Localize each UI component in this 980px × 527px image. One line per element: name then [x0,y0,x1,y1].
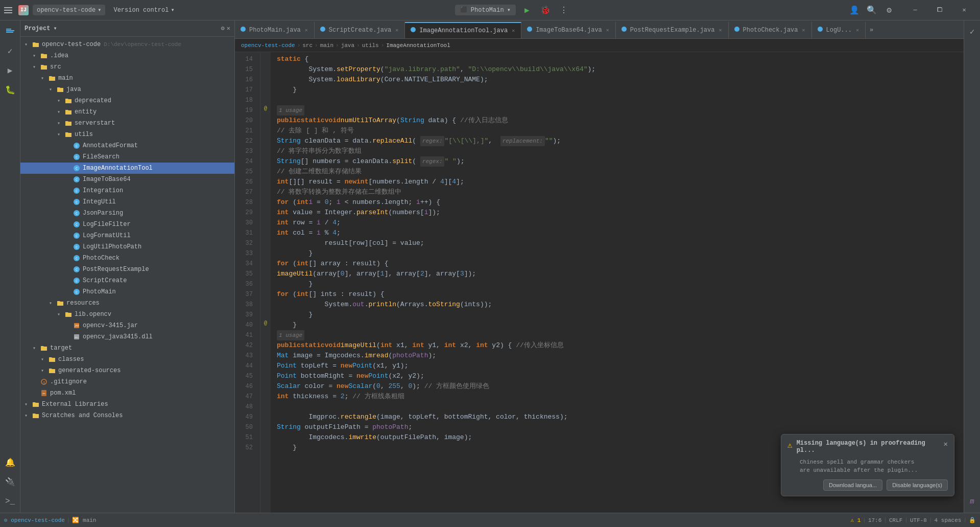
tree-item-opencv_java3415.dll[interactable]: DLLopencv_java3415.dll [20,331,234,342]
status-project[interactable]: ⊙ opencv-test-code [4,517,65,523]
tree-item-java[interactable]: ▾java [20,84,234,95]
tab-close-button[interactable]: ✕ [304,27,309,34]
tab-scriptcreate-java[interactable]: ScriptCreate.java✕ [315,22,405,38]
search-icon[interactable]: 🔍 [865,3,879,17]
restore-button[interactable]: ⧠ [928,2,951,18]
breadcrumb-utils[interactable]: utils [362,42,379,49]
tab-close-button[interactable]: ✕ [801,27,806,34]
tree-item-main[interactable]: ▾main [20,73,234,84]
tree-item-annotatedformat[interactable]: CAnnotatedFormat [20,140,234,151]
tree-item-serverstart[interactable]: ▾serverstart [20,118,234,129]
folder-icon [40,344,48,352]
right-sidebar-check[interactable]: ✓ [963,22,981,41]
status-indent[interactable]: 4 spaces [935,517,962,523]
tree-item-logutilphotopath[interactable]: CLogUtilPhotoPath [20,241,234,253]
tab-imagetobase64-java[interactable]: ImageToBase64.java✕ [521,22,616,38]
minimize-button[interactable]: — [903,2,927,18]
notification-close-button[interactable]: ✕ [944,440,948,448]
tree-item-generated-sources[interactable]: ▾generated-sources [20,365,234,376]
status-charset[interactable]: UTF-8 [910,517,927,523]
tree-item-target[interactable]: ▾target [20,342,234,354]
java-class-icon: C [73,187,81,195]
tree-item-photomain[interactable]: CPhotoMain [20,286,234,297]
terminal-icon[interactable]: >_ [1,492,19,511]
tree-item-jsonparsing[interactable]: CJsonParsing [20,208,234,219]
more-run-button[interactable]: ⋮ [557,3,571,17]
run-sidebar-icon[interactable]: ▶ [1,61,19,80]
xml-icon: XML [40,389,48,397]
status-lock[interactable]: 🔒 [969,517,976,523]
tab-photocheck-java[interactable]: PhotoCheck.java✕ [729,22,812,38]
tree-item-opencv-test-code[interactable]: ▾opencv-test-codeD:\dev\opencv-test-code [20,39,234,50]
tab-imageannotationtool-java[interactable]: ImageAnnotationTool.java✕ [405,22,521,38]
tree-item-scratches-and-consoles[interactable]: ▾Scratches and Consoles [20,410,234,421]
tree-item-filesearch[interactable]: CFileSearch [20,151,234,163]
status-crlf[interactable]: CRLF [889,517,902,523]
panel-header-settings[interactable]: ⚙ [221,25,225,32]
breadcrumb-main[interactable]: main [320,42,333,49]
svg-text:C: C [76,223,78,227]
status-cursor[interactable]: 17:6 [868,517,881,523]
notifications-icon[interactable]: 🔔 [1,453,19,472]
project-dropdown[interactable]: opencv-test-code ▾ [33,5,105,15]
tree-item-scriptcreate[interactable]: CScriptCreate [20,275,234,286]
profile-icon[interactable]: 👤 [847,3,862,17]
breadcrumb-src[interactable]: src [302,42,313,49]
run-config-dropdown[interactable]: ⬛ PhotoMain ▾ [455,5,516,15]
panel-header-close[interactable]: ✕ [227,25,230,32]
tab-close-button[interactable]: ✕ [855,27,860,34]
tree-item-entity[interactable]: ▾entity [20,106,234,118]
right-sidebar-m[interactable]: m [963,492,981,511]
tree-item-logformatutil[interactable]: CLogFormatUtil [20,230,234,241]
tree-item-lib.opencv[interactable]: ▾lib.opencv [20,309,234,320]
project-panel: Project ▾ ⚙ ✕ ▾opencv-test-codeD:\dev\op… [20,20,235,513]
tree-item-resources[interactable]: ▾resources [20,297,234,309]
tree-item-src[interactable]: ▾src [20,61,234,73]
tree-item-deprecated[interactable]: ▾deprecated [20,95,234,106]
menu-icon[interactable] [4,5,14,15]
code-line: Imgproc.rectangle(image, topLeft, bottom… [271,412,964,422]
project-sidebar-icon[interactable] [1,22,19,41]
tree-item-external-libraries[interactable]: ▾External Libraries [20,399,234,410]
disable-language-button[interactable]: Disable language(s) [887,479,948,491]
tree-item-imagetobase64[interactable]: CImageToBase64 [20,174,234,185]
commit-icon[interactable]: ✓ [1,42,19,60]
breadcrumb-project[interactable]: opencv-test-code [241,42,295,49]
debug-sidebar-icon[interactable]: 🐛 [1,81,19,99]
tree-item-classes[interactable]: ▾classes [20,354,234,365]
breadcrumb-bar: opencv-test-code › src › main › java › u… [235,39,964,52]
tree-item-.gitignore[interactable]: g.gitignore [20,376,234,387]
tree-item-integration[interactable]: CIntegration [20,185,234,196]
plugins-icon[interactable]: 🔌 [1,473,19,491]
version-control-button[interactable]: Version control ▾ [109,5,178,15]
tab-close-button[interactable]: ✕ [511,27,516,34]
code-line: Mat image = Imgcodecs.imread(photoPath); [271,351,964,361]
tab-photomain-java[interactable]: PhotoMain.java✕ [235,22,315,38]
breadcrumb-java[interactable]: java [341,42,354,49]
tree-item-logfilefilter[interactable]: CLogFileFilter [20,219,234,230]
settings-icon[interactable]: ⚙ [882,3,896,17]
tree-item-photocheck[interactable]: CPhotoCheck [20,253,234,264]
breadcrumb-file[interactable]: ImageAnnotationTool [386,42,450,49]
tab-postrequestexample-java[interactable]: PostRequestExample.java✕ [616,22,729,38]
code-line: static { [271,54,964,64]
download-language-button[interactable]: Download langua... [823,479,882,491]
tab-close-button[interactable]: ✕ [394,27,399,34]
tree-item-utils[interactable]: ▾utils [20,129,234,140]
tree-item-integutil[interactable]: CIntegUtil [20,196,234,208]
tabs-more-button[interactable]: » [866,22,877,38]
close-button[interactable]: ✕ [952,2,976,18]
tab-close-button[interactable]: ✕ [718,27,723,34]
run-button[interactable]: ▶ [520,3,534,17]
tab-logu---[interactable]: LogU...✕ [812,22,866,38]
tree-item-imageannotationtool[interactable]: CImageAnnotationTool [20,163,234,174]
tree-item-pom.xml[interactable]: XMLpom.xml [20,387,234,399]
status-git[interactable]: 🔀 main [72,517,96,523]
tab-close-button[interactable]: ✕ [605,27,610,34]
debug-button[interactable]: 🐞 [538,3,553,17]
tree-item-postrequestexample[interactable]: CPostRequestExample [20,264,234,275]
tree-item-.idea[interactable]: ▾.idea [20,50,234,61]
java-class-icon: C [73,209,81,217]
tree-item-opencv-3415.jar[interactable]: JARopencv-3415.jar [20,320,234,331]
status-warnings[interactable]: ⚠ 1 [850,517,861,523]
